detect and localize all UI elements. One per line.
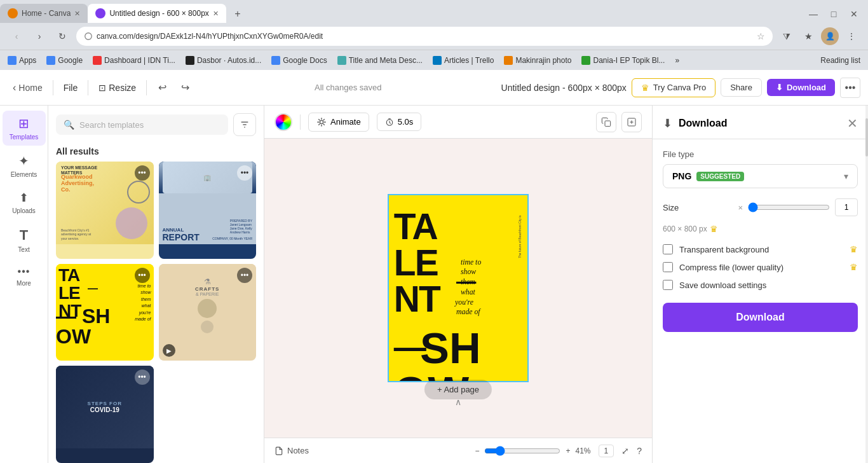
download-main-btn[interactable]: ⬇ Download xyxy=(767,79,835,96)
color-picker[interactable] xyxy=(275,113,292,131)
file-type-select[interactable]: PNG SUGGESTED ▾ xyxy=(663,164,858,188)
sidebar-item-templates[interactable]: ⊞ Templates xyxy=(3,111,46,146)
profile-btn[interactable]: 👤 xyxy=(821,27,839,45)
new-tab-button[interactable]: + xyxy=(229,5,247,23)
timer-btn[interactable]: 5.0s xyxy=(377,113,422,131)
download-panel-close-btn[interactable]: ✕ xyxy=(847,116,858,131)
save-settings-label: Save download settings xyxy=(679,280,858,290)
design-canvas[interactable]: TA LE NT — time to show them what you're… xyxy=(388,194,529,382)
template-2-more[interactable]: ••• xyxy=(237,165,252,181)
redo-btn[interactable]: ↪ xyxy=(175,78,195,98)
forward-btn[interactable]: › xyxy=(31,27,48,45)
sidebar-templates-label: Templates xyxy=(10,134,39,141)
transparent-bg-checkbox[interactable] xyxy=(663,244,673,254)
zoom-percent: 41% xyxy=(575,446,590,455)
file-btn[interactable]: File xyxy=(58,79,83,97)
scroll-indicator xyxy=(865,106,868,463)
refresh-btn[interactable]: ↻ xyxy=(53,27,71,45)
bookmark-google[interactable]: Google xyxy=(46,56,83,65)
zoom-out-btn[interactable]: − xyxy=(475,446,479,455)
template-1-more[interactable]: ••• xyxy=(135,165,150,181)
template-card-4[interactable]: ⚗ CRAFTS & PAPERIE ••• ▶ xyxy=(159,264,257,361)
canvas-container[interactable]: TA LE NT — time to show them what you're… xyxy=(264,139,652,438)
bookmark-trello[interactable]: Articles | Trello xyxy=(433,56,494,65)
bookmarks-bar: Apps Google Dashboard | IDN Ti... Dasbor… xyxy=(0,50,868,70)
more-options-btn[interactable]: ⋮ xyxy=(843,27,860,45)
add-btn[interactable] xyxy=(621,112,642,132)
bookmark-docs[interactable]: Google Docs xyxy=(271,56,327,65)
search-input[interactable] xyxy=(79,120,220,130)
star-icon[interactable]: ☆ xyxy=(757,31,765,41)
url-bar[interactable]: canva.com/design/DAExk1zl-N4/hYUPthjxnCx… xyxy=(76,27,773,46)
bookmark-title[interactable]: Title and Meta Desc... xyxy=(337,56,423,65)
home-btn[interactable]: ‹ Home xyxy=(8,78,48,97)
filter-btn[interactable] xyxy=(233,113,256,136)
save-settings-checkbox[interactable] xyxy=(663,280,673,290)
topbar-divider3 xyxy=(146,80,147,95)
help-btn[interactable]: ? xyxy=(637,446,642,456)
extensions-btn[interactable]: ⧩ xyxy=(778,27,796,45)
bookmark-dasbor[interactable]: Dasbor · Autos.id... xyxy=(186,56,261,65)
resize-btn[interactable]: ⊡ Resize xyxy=(93,79,141,97)
dimensions-crown-icon: ♛ xyxy=(710,224,718,234)
template-card-1[interactable]: YOUR MESSAGEMATTERS QuarkwoodAdvertising… xyxy=(56,162,154,259)
zoom-in-btn[interactable]: + xyxy=(566,446,570,455)
close-window-btn[interactable]: ✕ xyxy=(845,5,863,23)
expand-btn[interactable]: ⤢ xyxy=(621,446,629,456)
template-5-more[interactable]: ••• xyxy=(135,370,150,385)
reading-list-label: Reading list xyxy=(820,56,860,65)
bookmark-more[interactable]: » xyxy=(675,56,679,65)
bookmark-dasbor-label: Dasbor · Autos.id... xyxy=(197,56,261,65)
bookmark-star-btn[interactable]: ★ xyxy=(799,27,817,45)
sidebar-item-uploads[interactable]: ⬆ Uploads xyxy=(3,186,46,219)
undo-btn[interactable]: ↩ xyxy=(152,78,172,98)
zoom-slider[interactable] xyxy=(484,446,560,456)
crown-icon: ♛ xyxy=(641,83,649,93)
template-3-more[interactable]: ••• xyxy=(135,268,150,283)
scroll-up-arrow[interactable]: ∧ xyxy=(455,397,461,407)
reading-list[interactable]: Reading list xyxy=(820,56,860,65)
tab-home[interactable]: Home - Canva ✕ xyxy=(0,4,88,23)
tab-design[interactable]: Untitled design - 600 × 800px ✕ xyxy=(88,4,226,23)
size-row: Size × 1 xyxy=(663,198,858,216)
file-type-info: PNG SUGGESTED xyxy=(672,171,744,181)
bookmark-apps[interactable]: Apps xyxy=(8,56,36,65)
search-box[interactable]: 🔍 xyxy=(56,114,228,135)
template-card-3[interactable]: TALENT — time toshowthemwhatyou'remade o… xyxy=(56,264,154,361)
tab-favicon-home xyxy=(8,8,18,18)
share-btn[interactable]: Share xyxy=(721,78,762,97)
bookmark-dania[interactable]: Dania-I EP Topik Bl... xyxy=(581,56,665,65)
topbar-more-btn[interactable]: ••• xyxy=(840,78,860,98)
svg-text:The future of Beachfront City : The future of Beachfront City is xyxy=(519,215,522,258)
notes-btn[interactable]: Notes xyxy=(275,446,309,455)
sidebar-item-text[interactable]: T Text xyxy=(3,222,46,258)
bookmark-photo[interactable]: Makinrajin photo xyxy=(504,56,571,65)
svg-text:TA: TA xyxy=(394,206,438,247)
panel-heading: All results xyxy=(48,144,264,162)
template-card-5[interactable]: STEPS FOR COVID-19 ••• xyxy=(56,366,154,463)
sidebar-text-label: Text xyxy=(18,246,29,253)
template-4-play[interactable]: ▶ xyxy=(163,344,175,357)
try-pro-btn[interactable]: ♛ Try Canva Pro xyxy=(632,78,715,97)
tab-close-design[interactable]: ✕ xyxy=(213,10,219,18)
svg-text:time to: time to xyxy=(461,258,481,266)
animate-btn[interactable]: Animate xyxy=(308,113,369,132)
minimize-btn[interactable]: — xyxy=(804,5,822,23)
back-btn[interactable]: ‹ xyxy=(8,27,25,45)
topbar-left: ‹ Home File ⊡ Resize ↩ ↪ xyxy=(8,78,195,98)
compress-checkbox[interactable] xyxy=(663,262,673,272)
sidebar-item-elements[interactable]: ✦ Elements xyxy=(3,148,46,183)
page-number[interactable]: 1 xyxy=(599,445,614,457)
download-action-btn[interactable]: Download xyxy=(663,303,858,332)
canva-app: ‹ Home File ⊡ Resize ↩ ↪ All changes sav… xyxy=(0,70,868,463)
tab-close-home[interactable]: ✕ xyxy=(74,10,80,18)
bookmark-dashboard[interactable]: Dashboard | IDN Ti... xyxy=(93,56,175,65)
size-label: Size xyxy=(663,203,733,212)
template-card-2[interactable]: ANNUAL REPORT 🏢 PREPARED BYJanet Langsam… xyxy=(159,162,257,259)
size-slider[interactable] xyxy=(748,202,830,212)
timer-icon xyxy=(385,118,394,127)
template-4-more[interactable]: ••• xyxy=(237,268,252,283)
maximize-btn[interactable]: □ xyxy=(825,5,843,23)
duplicate-btn[interactable] xyxy=(596,112,616,132)
sidebar-item-more[interactable]: ••• More xyxy=(3,261,46,292)
